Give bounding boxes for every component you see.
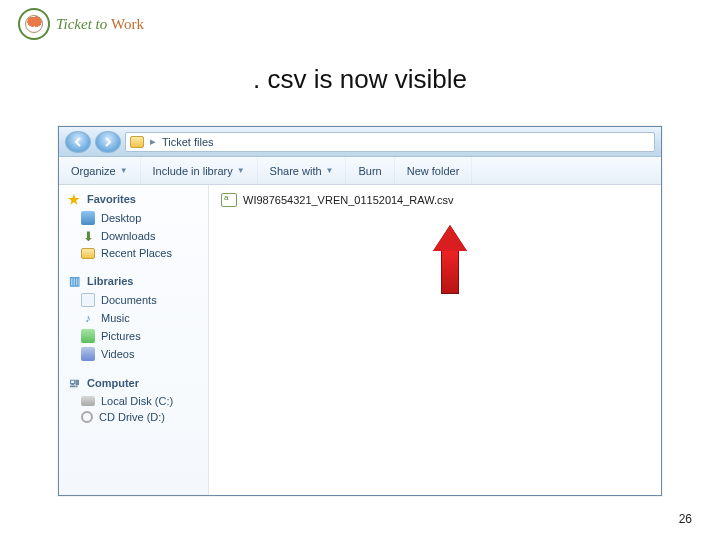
explorer-nav-pane: ★ Favorites Desktop ⬇ Downloads Recent P…: [59, 185, 209, 495]
cd-icon: [81, 411, 93, 423]
file-explorer-window: ▸ Ticket files Organize ▼ Include in lib…: [58, 126, 662, 496]
brand-logo-icon: [18, 8, 50, 40]
breadcrumb-current: Ticket files: [162, 136, 214, 148]
downloads-icon: ⬇: [81, 229, 95, 243]
nav-item-videos[interactable]: Videos: [59, 345, 208, 363]
nav-item-documents[interactable]: Documents: [59, 291, 208, 309]
burn-button[interactable]: Burn: [346, 157, 394, 184]
nav-item-label: Downloads: [101, 230, 155, 242]
csv-file-icon: [221, 193, 237, 207]
breadcrumb-separator: ▸: [150, 135, 156, 148]
share-with-button[interactable]: Share with ▼: [258, 157, 347, 184]
new-folder-label: New folder: [407, 165, 460, 177]
disk-icon: [81, 396, 95, 406]
page-number: 26: [679, 512, 692, 526]
nav-item-label: Recent Places: [101, 247, 172, 259]
annotation-arrow: [433, 225, 467, 295]
computer-label: Computer: [87, 377, 139, 389]
brand-logo: Ticket to Work: [18, 8, 144, 40]
music-icon: ♪: [81, 311, 95, 325]
arrow-up-icon: [433, 225, 467, 251]
explorer-titlebar: ▸ Ticket files: [59, 127, 661, 157]
organize-label: Organize: [71, 165, 116, 177]
nav-item-pictures[interactable]: Pictures: [59, 327, 208, 345]
videos-icon: [81, 347, 95, 361]
chevron-down-icon: ▼: [120, 166, 128, 175]
star-icon: ★: [67, 192, 81, 206]
nav-item-local-disk[interactable]: Local Disk (C:): [59, 393, 208, 409]
arrow-stem: [441, 250, 459, 294]
nav-group-libraries[interactable]: ▥ Libraries: [59, 271, 208, 291]
organize-button[interactable]: Organize ▼: [59, 157, 141, 184]
address-bar[interactable]: ▸ Ticket files: [125, 132, 655, 152]
include-in-library-button[interactable]: Include in library ▼: [141, 157, 258, 184]
recent-places-icon: [81, 248, 95, 259]
share-label: Share with: [270, 165, 322, 177]
nav-item-label: Music: [101, 312, 130, 324]
nav-item-label: Pictures: [101, 330, 141, 342]
arrow-right-icon: [103, 137, 113, 147]
libraries-icon: ▥: [67, 274, 81, 288]
file-name: WI987654321_VREN_01152014_RAW.csv: [243, 194, 454, 206]
nav-group-favorites[interactable]: ★ Favorites: [59, 189, 208, 209]
pictures-icon: [81, 329, 95, 343]
burn-label: Burn: [358, 165, 381, 177]
nav-item-music[interactable]: ♪ Music: [59, 309, 208, 327]
nav-item-label: CD Drive (D:): [99, 411, 165, 423]
nav-item-cd-drive[interactable]: CD Drive (D:): [59, 409, 208, 425]
file-item-csv[interactable]: WI987654321_VREN_01152014_RAW.csv: [221, 193, 649, 207]
new-folder-button[interactable]: New folder: [395, 157, 473, 184]
documents-icon: [81, 293, 95, 307]
nav-back-button[interactable]: [65, 131, 91, 153]
explorer-toolbar: Organize ▼ Include in library ▼ Share wi…: [59, 157, 661, 185]
nav-item-label: Documents: [101, 294, 157, 306]
chevron-down-icon: ▼: [326, 166, 334, 175]
folder-icon: [130, 136, 144, 148]
brand-logo-text: Ticket to Work: [56, 16, 144, 33]
nav-forward-button[interactable]: [95, 131, 121, 153]
favorites-label: Favorites: [87, 193, 136, 205]
brand-mid: to: [92, 16, 111, 32]
nav-item-label: Desktop: [101, 212, 141, 224]
explorer-content-pane: WI987654321_VREN_01152014_RAW.csv: [209, 185, 661, 495]
nav-item-desktop[interactable]: Desktop: [59, 209, 208, 227]
chevron-down-icon: ▼: [237, 166, 245, 175]
libraries-label: Libraries: [87, 275, 133, 287]
nav-item-label: Videos: [101, 348, 134, 360]
nav-group-computer[interactable]: 🖳 Computer: [59, 373, 208, 393]
include-label: Include in library: [153, 165, 233, 177]
nav-item-recent-places[interactable]: Recent Places: [59, 245, 208, 261]
nav-item-downloads[interactable]: ⬇ Downloads: [59, 227, 208, 245]
brand-left: Ticket: [56, 16, 92, 32]
desktop-icon: [81, 211, 95, 225]
arrow-left-icon: [73, 137, 83, 147]
nav-item-label: Local Disk (C:): [101, 395, 173, 407]
slide-title: . csv is now visible: [0, 64, 720, 95]
computer-icon: 🖳: [67, 376, 81, 390]
brand-right: Work: [111, 16, 144, 32]
